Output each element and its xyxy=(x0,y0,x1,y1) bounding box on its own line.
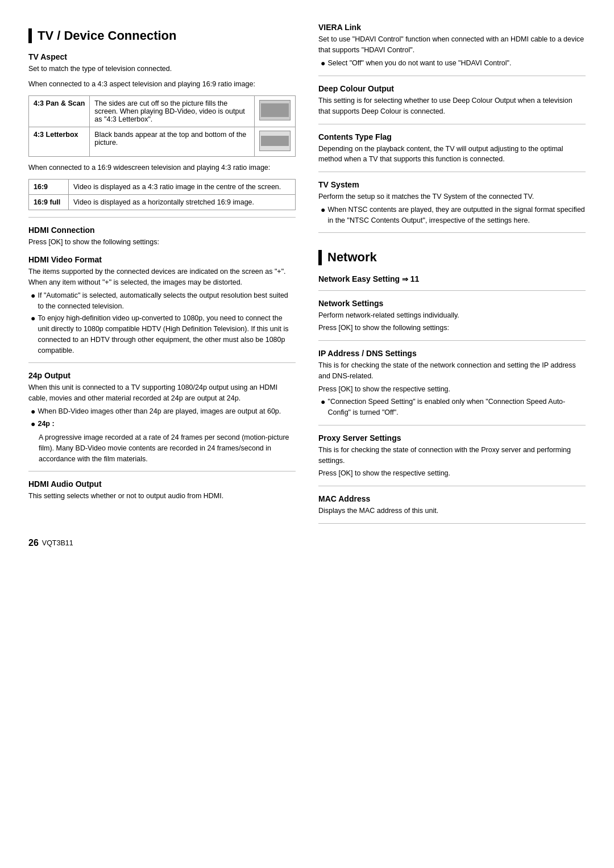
tv-aspect-intro-43: When connected to a 4:3 aspect televisio… xyxy=(28,79,296,90)
viera-link-heading: VIERA Link xyxy=(318,23,586,32)
hdmi-video-format-section: HDMI Video Format The items supported by… xyxy=(28,255,296,356)
hdmi-video-format-desc: The items supported by the connected dev… xyxy=(28,266,296,288)
ip-address-dns-section: IP Address / DNS Settings This is for ch… xyxy=(318,349,586,418)
contents-type-flag-heading: Contents Type Flag xyxy=(318,132,586,141)
tv-landscape-image xyxy=(259,100,291,120)
deep-colour-section: Deep Colour Output This setting is for s… xyxy=(318,84,586,117)
bullet-icon: ● xyxy=(321,205,325,226)
divider xyxy=(318,340,586,341)
img-43-letterbox xyxy=(255,127,296,156)
divider xyxy=(28,471,296,471)
bullet-item: ● When BD-Video images other than 24p ar… xyxy=(28,406,296,418)
network-settings-section: Network Settings Perform network-related… xyxy=(318,299,586,334)
left-column: TV / Device Connection TV Aspect Set to … xyxy=(28,23,296,548)
aspect-table-43: 4:3 Pan & Scan The sides are cut off so … xyxy=(28,95,296,157)
bullet-icon: ● xyxy=(321,397,325,418)
bullet-item: ● "Connection Speed Setting" is enabled … xyxy=(318,397,586,418)
divider xyxy=(318,172,586,172)
output-24p-heading: 24p Output xyxy=(28,371,296,380)
desc-43-pan-scan: The sides are cut off so the picture fil… xyxy=(90,95,255,127)
page-code: VQT3B11 xyxy=(42,539,73,547)
network-section-title: Network xyxy=(318,250,586,265)
ip-address-dns-heading: IP Address / DNS Settings xyxy=(318,349,586,358)
bullet-text: When BD-Video images other than 24p are … xyxy=(38,406,281,418)
network-settings-desc: Perform network-related settings individ… xyxy=(318,310,586,321)
arrow-symbol: ⇒ xyxy=(402,275,410,283)
tv-aspect-intro-169: When connected to a 16:9 widescreen tele… xyxy=(28,162,296,173)
tv-device-section-title: TV / Device Connection xyxy=(28,28,296,43)
bullet-icon: ● xyxy=(31,406,35,418)
proxy-server-heading: Proxy Server Settings xyxy=(318,433,586,443)
bullet-text-24p: 24p : xyxy=(38,419,54,429)
bullet-item: ● 24p : xyxy=(28,419,296,431)
bullet-icon: ● xyxy=(31,419,35,431)
hdmi-audio-output-desc: This setting selects whether or not to o… xyxy=(28,491,296,502)
mac-address-section: MAC Address Displays the MAC address of … xyxy=(318,494,586,516)
bullet-icon: ● xyxy=(31,313,35,356)
tv-system-heading: TV System xyxy=(318,180,586,189)
divider xyxy=(318,124,586,124)
divider xyxy=(28,362,296,363)
hdmi-connection-heading: HDMI Connection xyxy=(28,226,296,235)
bullet-item: ● To enjoy high-definition video up-conv… xyxy=(28,313,296,356)
hdmi-connection-desc: Press [OK] to show the following setting… xyxy=(28,237,296,248)
tv-system-section: TV System Perform the setup so it matche… xyxy=(318,180,586,226)
bullet-icon: ● xyxy=(321,58,325,69)
aspect-table-169: 16:9 Video is displayed as a 4:3 ratio i… xyxy=(28,179,296,210)
ip-address-dns-desc: This is for checking the state of the ne… xyxy=(318,360,586,382)
network-easy-setting-heading: Network Easy Setting ⇒ 11 xyxy=(318,274,586,283)
desc-43-letterbox: Black bands appear at the top and bottom… xyxy=(90,127,255,156)
label-169-full: 16:9 full xyxy=(29,194,69,210)
bullet-text: To enjoy high-definition video up-conver… xyxy=(38,313,296,356)
contents-type-flag-section: Contents Type Flag Depending on the play… xyxy=(318,132,586,165)
output-24p-section: 24p Output When this unit is connected t… xyxy=(28,371,296,464)
deep-colour-desc: This setting is for selecting whether to… xyxy=(318,95,586,117)
tv-system-desc: Perform the setup so it matches the TV S… xyxy=(318,191,586,202)
contents-type-flag-desc: Depending on the playback content, the T… xyxy=(318,144,586,165)
viera-link-section: VIERA Link Set to use "HDAVI Control" fu… xyxy=(318,23,586,69)
desc-169-full: Video is displayed as a horizontally str… xyxy=(69,194,296,210)
table-row: 16:9 Video is displayed as a 4:3 ratio i… xyxy=(29,179,296,194)
table-row: 16:9 full Video is displayed as a horizo… xyxy=(29,194,296,210)
page-layout: TV / Device Connection TV Aspect Set to … xyxy=(28,23,586,548)
divider xyxy=(318,232,586,233)
bullet-text: If "Automatic" is selected, automaticall… xyxy=(38,290,296,312)
output-24p-desc: When this unit is connected to a TV supp… xyxy=(28,382,296,404)
bullet-item: ● If "Automatic" is selected, automatica… xyxy=(28,290,296,312)
footer: 26 VQT3B11 xyxy=(28,504,296,548)
divider xyxy=(318,425,586,425)
hdmi-audio-output-heading: HDMI Audio Output xyxy=(28,479,296,489)
bullet-text: "Connection Speed Setting" is enabled on… xyxy=(327,397,586,418)
table-row: 4:3 Pan & Scan The sides are cut off so … xyxy=(29,95,296,127)
label-43-letterbox: 4:3 Letterbox xyxy=(29,127,90,156)
deep-colour-heading: Deep Colour Output xyxy=(318,84,586,93)
viera-link-desc: Set to use "HDAVI Control" function when… xyxy=(318,34,586,56)
ip-address-dns-desc2: Press [OK] to show the respective settin… xyxy=(318,384,586,395)
hdmi-video-format-heading: HDMI Video Format xyxy=(28,255,296,264)
bullet-item: ● Select "Off" when you do not want to u… xyxy=(318,58,586,69)
bullet-item: ● When NTSC contents are played, they ar… xyxy=(318,205,586,226)
bullet-text: When NTSC contents are played, they are … xyxy=(327,205,586,226)
divider xyxy=(318,290,586,291)
divider xyxy=(28,217,296,218)
mac-address-heading: MAC Address xyxy=(318,494,586,503)
tv-aspect-desc: Set to match the type of television conn… xyxy=(28,64,296,74)
tv-aspect-section: TV Aspect Set to match the type of telev… xyxy=(28,52,296,210)
hdmi-audio-output-section: HDMI Audio Output This setting selects w… xyxy=(28,479,296,502)
right-column: VIERA Link Set to use "HDAVI Control" fu… xyxy=(318,23,586,548)
network-settings-heading: Network Settings xyxy=(318,299,586,308)
network-settings-desc2: Press [OK] to show the following setting… xyxy=(318,323,586,333)
divider xyxy=(318,523,586,524)
table-row: 4:3 Letterbox Black bands appear at the … xyxy=(29,127,296,156)
mac-address-desc: Displays the MAC address of this unit. xyxy=(318,506,586,516)
label-169: 16:9 xyxy=(29,179,69,194)
bullet-text: Select "Off" when you do not want to use… xyxy=(327,58,511,69)
tv-letterbox-image xyxy=(259,131,291,151)
proxy-server-desc: This is for checking the state of connec… xyxy=(318,445,586,466)
proxy-server-desc2: Press [OK] to show the respective settin… xyxy=(318,468,586,479)
page-number: 26 xyxy=(28,538,39,548)
divider xyxy=(318,76,586,76)
desc-169: Video is displayed as a 4:3 ratio image … xyxy=(69,179,296,194)
label-43-pan-scan: 4:3 Pan & Scan xyxy=(29,95,90,127)
img-43-pan-scan xyxy=(255,95,296,127)
